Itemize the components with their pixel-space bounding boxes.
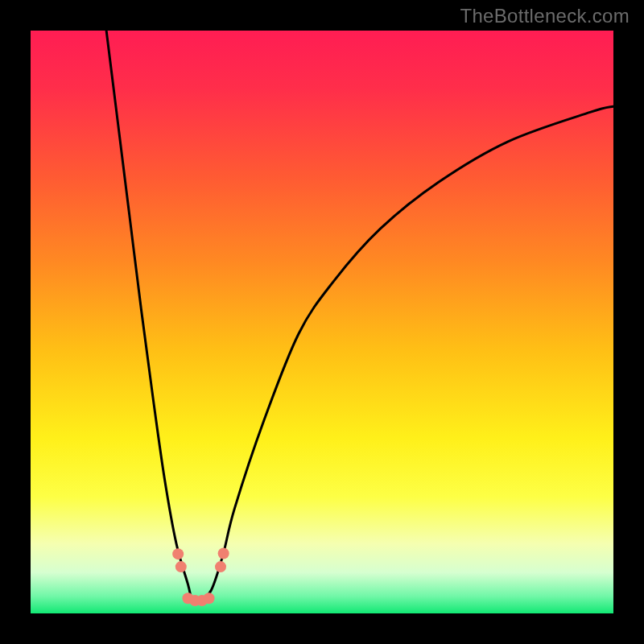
chart-frame: TheBottleneck.com xyxy=(0,0,644,644)
highlight-marker xyxy=(218,547,229,559)
highlight-marker xyxy=(204,592,215,604)
highlight-marker xyxy=(172,548,184,559)
bottleneck-chart xyxy=(0,0,644,644)
highlight-marker xyxy=(215,561,226,572)
watermark-text: TheBottleneck.com xyxy=(460,5,630,27)
highlight-marker xyxy=(175,561,187,572)
